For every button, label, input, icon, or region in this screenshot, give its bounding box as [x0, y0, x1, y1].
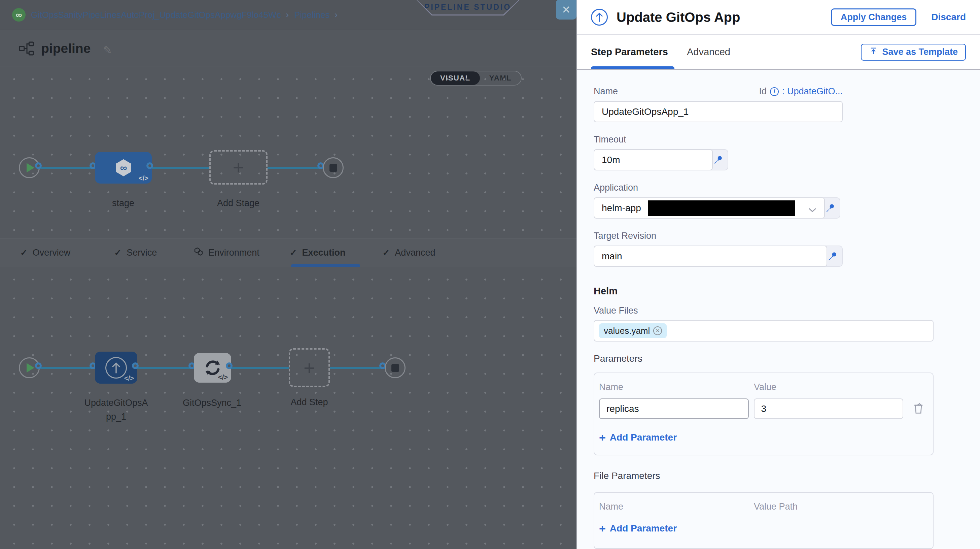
plus-icon: + [599, 432, 606, 443]
pipeline-studio-app: ∞ GitOpsSanityPipeLinesAutoProj_UpdateGi… [0, 0, 980, 549]
stage-graph-canvas: ∞ </> + stage Add Stage [0, 66, 576, 238]
add-file-parameter-button[interactable]: + Add Parameter [599, 523, 924, 534]
connector-line [152, 167, 209, 169]
drawer-title: Update GitOps App [617, 10, 740, 25]
connector-line [330, 367, 385, 369]
application-select[interactable]: helm-app [593, 197, 825, 219]
pipeline-studio-badge: PIPELINE STUDIO [416, 0, 519, 16]
value-files-label: Value Files [593, 305, 933, 316]
save-as-template-button[interactable]: Save as Template [861, 44, 966, 61]
pipeline-title-bar: pipeline ✎ VISUAL YAML [0, 30, 576, 66]
update-gitops-app-step-node[interactable]: </> [95, 352, 137, 384]
check-icon: ✓ [20, 247, 28, 258]
tab-advanced-drawer[interactable]: Advanced [687, 46, 730, 57]
name-input[interactable] [593, 101, 843, 122]
trash-icon [913, 402, 924, 415]
step1-label: UpdateGitOpsApp_1 [83, 396, 149, 423]
tab-service[interactable]: ✓ Service [114, 247, 157, 258]
connector-line [40, 167, 95, 169]
connector-dot [132, 362, 138, 369]
pushpin-icon [713, 155, 723, 165]
tab-advanced[interactable]: ✓ Advanced [383, 247, 436, 258]
plus-icon: + [599, 523, 606, 534]
step-config-drawer: Update GitOps App Apply Changes Discard … [576, 0, 980, 549]
tab-step-parameters[interactable]: Step Parameters [591, 46, 668, 57]
discard-button[interactable]: Discard [931, 12, 966, 22]
pipeline-flowchart-icon [19, 41, 34, 57]
step2-label: GitOpsSync_1 [178, 396, 246, 410]
play-icon [27, 363, 34, 372]
helm-section-heading: Helm [593, 286, 933, 297]
connector-dot [35, 162, 42, 169]
redacted-value [648, 200, 795, 216]
active-tab-underline [291, 264, 360, 267]
add-stage-label: Add Stage [205, 196, 272, 210]
parameters-card: Name Value + Add Parameter [593, 372, 934, 455]
value-file-chip: values.yaml ✕ [599, 323, 667, 338]
tab-environment[interactable]: Environment [194, 247, 259, 259]
svg-text:∞: ∞ [120, 162, 127, 173]
connector-line [267, 167, 323, 169]
file-param-value-path-column-header: Value Path [754, 501, 798, 512]
add-stage-button[interactable]: + [209, 150, 267, 185]
apply-changes-button[interactable]: Apply Changes [831, 8, 917, 26]
close-drawer-button[interactable]: ✕ [556, 0, 576, 19]
connector-dot [226, 362, 232, 369]
gitops-hexagon-icon: ∞ [114, 158, 133, 177]
parameters-label: Parameters [593, 353, 933, 364]
pushpin-icon [825, 203, 835, 213]
remove-chip-icon[interactable]: ✕ [653, 326, 662, 335]
step-parameters-form: Name Id i : UpdateGitO... Timeout Applic… [577, 70, 980, 549]
code-badge-icon: </> [218, 373, 228, 381]
execution-graph-canvas: </> </> + UpdateGitOpsAp [0, 267, 576, 549]
stage-node[interactable]: ∞ </> [95, 152, 152, 184]
stop-icon [329, 164, 337, 172]
pipeline-name-title: pipeline [41, 41, 91, 56]
param-name-input[interactable] [599, 399, 749, 419]
arrow-up-circle-icon [105, 357, 127, 378]
execution-end-node [385, 357, 406, 378]
tab-execution[interactable]: ✓ Execution [290, 247, 345, 258]
target-revision-input[interactable] [593, 246, 827, 267]
add-step-button[interactable]: + [289, 348, 330, 387]
connector-line [231, 367, 289, 369]
file-parameters-label: File Parameters [593, 471, 933, 481]
close-icon: ✕ [562, 3, 571, 16]
id-label: Id [759, 86, 767, 97]
breadcrumb-pipelines-link[interactable]: Pipelines [294, 10, 330, 20]
id-value-link[interactable]: : UpdateGitO... [782, 86, 843, 97]
delete-parameter-button[interactable] [913, 402, 924, 416]
check-icon: ✓ [290, 247, 297, 258]
active-drawer-tab-underline [591, 66, 675, 69]
chevron-right-icon: › [286, 10, 289, 20]
param-name-column-header: Name [599, 382, 754, 393]
drawer-header: Update GitOps App Apply Changes Discard [577, 0, 980, 35]
connector-dot [146, 162, 153, 169]
chevron-right-icon: › [334, 10, 337, 20]
play-icon [27, 163, 34, 172]
timeout-input[interactable] [593, 149, 713, 171]
file-parameters-card: Name Value Path + Add Parameter [593, 492, 934, 549]
check-icon: ✓ [383, 247, 390, 258]
drawer-tab-bar: Step Parameters Advanced Save as Templat… [577, 35, 980, 70]
stop-icon [391, 364, 399, 372]
edit-pencil-icon[interactable]: ✎ [103, 44, 112, 57]
target-revision-label: Target Revision [593, 231, 933, 241]
environment-hexagons-icon [194, 247, 203, 259]
upload-icon [869, 46, 878, 58]
application-label: Application [593, 182, 933, 193]
param-value-input[interactable] [754, 399, 904, 419]
tab-overview[interactable]: ✓ Overview [20, 247, 70, 258]
value-files-input[interactable]: values.yaml ✕ [593, 320, 934, 342]
pipeline-canvas-area: ∞ GitOpsSanityPipeLinesAutoProj_UpdateGi… [0, 0, 576, 549]
stage-tab-bar: ✓ Overview ✓ Service Environment ✓ Execu… [0, 238, 576, 267]
connector-line [40, 367, 95, 369]
param-value-column-header: Value [754, 382, 776, 393]
add-parameter-button[interactable]: + Add Parameter [599, 432, 924, 443]
breadcrumb-project-link[interactable]: GitOpsSanityPipeLinesAutoProj_UpdateGitO… [31, 10, 281, 20]
code-badge-icon: </> [124, 375, 134, 382]
harness-logo-icon: ∞ [12, 8, 25, 22]
gitops-sync-step-node[interactable]: </> [194, 353, 231, 383]
info-icon[interactable]: i [770, 87, 779, 96]
stage-node-label: stage [89, 196, 157, 210]
